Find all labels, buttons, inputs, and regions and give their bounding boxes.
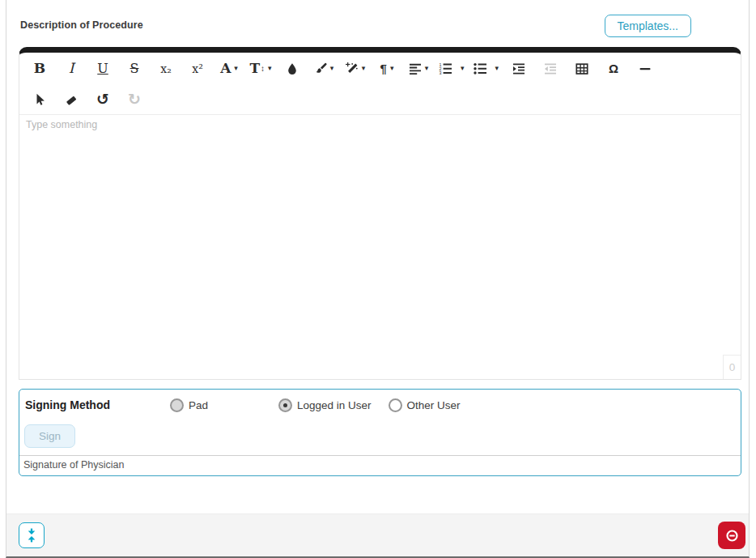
signing-method-label: Signing Method [25, 398, 170, 411]
brush-icon [314, 62, 327, 75]
insert-table-button[interactable] [569, 57, 595, 81]
chevron-down-icon: ▾ [362, 65, 366, 72]
horizontal-line-button[interactable] [632, 57, 658, 81]
radio-circle-logged-in-user[interactable] [278, 398, 292, 412]
radio-pad[interactable]: Pad [170, 398, 208, 412]
signing-section: Signing Method Pad Logged in User Other … [19, 389, 741, 476]
undo-button[interactable]: ↺ [90, 87, 116, 112]
minus-circle-icon [724, 528, 740, 543]
cursor-icon [33, 93, 46, 106]
unordered-list-icon [474, 62, 486, 75]
chevron-down-icon: ▾ [330, 65, 334, 72]
indent-icon [512, 62, 525, 75]
superscript-button[interactable]: x² [185, 57, 210, 81]
chevron-down-icon: ▾ [425, 65, 429, 72]
chevron-down-icon: ▾ [495, 65, 499, 72]
select-tool-button[interactable] [27, 87, 53, 112]
radio-label-pad: Pad [189, 399, 208, 411]
italic-button[interactable]: I [58, 57, 84, 81]
ordered-list-button[interactable]: 123▾ [437, 57, 466, 81]
remove-button[interactable] [718, 522, 745, 549]
signing-method-row: Signing Method Pad Logged in User Other … [19, 396, 741, 414]
text-color-button[interactable] [279, 57, 305, 81]
sign-button[interactable]: Sign [24, 424, 75, 448]
eraser-button[interactable] [58, 87, 84, 112]
chevron-down-icon: ▾ [268, 65, 272, 72]
font-family-button[interactable]: A▾ [216, 57, 242, 81]
radio-label-logged-in-user: Logged in User [297, 399, 372, 411]
footer-bar [6, 513, 749, 556]
chevron-down-icon: ▾ [390, 65, 394, 72]
radio-circle-pad[interactable] [170, 398, 184, 412]
outdent-button[interactable] [537, 57, 563, 81]
special-characters-button[interactable]: Ω [601, 57, 626, 81]
outdent-icon [544, 62, 557, 75]
toolbar-row-1: BIUSx₂x²A▾T↕▾▾▾¶▾▾123▾▾Ω [19, 53, 741, 84]
page-title: Description of Procedure [20, 19, 143, 31]
eraser-icon [65, 93, 78, 106]
unordered-list-button[interactable]: ▾ [472, 57, 501, 81]
signature-of-physician-label: Signature of Physician [19, 456, 741, 475]
radio-other-user[interactable]: Other User [389, 398, 461, 412]
font-size-button[interactable]: T↕▾ [248, 57, 274, 81]
chevron-down-icon: ▾ [461, 65, 465, 72]
editor-toolbar: BIUSx₂x²A▾T↕▾▾▾¶▾▾123▾▾Ω ↺↻ [19, 53, 741, 115]
collapse-vertical-icon [24, 528, 39, 543]
align-button[interactable]: ▾ [406, 57, 431, 81]
char-counter: 0 [723, 355, 741, 379]
editor-placeholder: Type something [26, 119, 97, 130]
svg-text:3: 3 [439, 70, 441, 75]
paragraph-format-button[interactable]: ¶▾ [374, 57, 400, 81]
rich-text-editor: BIUSx₂x²A▾T↕▾▾▾¶▾▾123▾▾Ω ↺↻ Type somethi… [19, 47, 741, 380]
wand-icon [346, 62, 359, 75]
toolbar-row-2: ↺↻ [19, 84, 741, 114]
subscript-button[interactable]: x₂ [153, 57, 179, 81]
underline-button[interactable]: U [90, 57, 116, 81]
align-left-icon [409, 62, 422, 75]
bold-button[interactable]: B [27, 57, 53, 81]
redo-button[interactable]: ↻ [121, 87, 147, 112]
table-icon [575, 62, 588, 75]
editor-content-area[interactable]: Type something 0 [19, 115, 741, 379]
radio-logged-in-user[interactable]: Logged in User [278, 398, 372, 412]
ordered-list-icon: 123 [439, 62, 452, 75]
chevron-down-icon: ▾ [234, 65, 238, 72]
strikethrough-button[interactable]: S [121, 57, 147, 81]
hline-icon [639, 62, 652, 75]
inline-style-button[interactable]: ▾ [342, 57, 368, 81]
radio-circle-other-user[interactable] [389, 398, 402, 412]
collapse-button[interactable] [19, 522, 45, 548]
radio-label-other-user: Other User [407, 399, 461, 411]
templates-button[interactable]: Templates... [605, 15, 691, 37]
procedure-form-card: Description of Procedure Templates... BI… [6, 0, 750, 558]
highlight-color-button[interactable]: ▾ [311, 57, 337, 81]
header-row: Description of Procedure Templates... [6, 0, 749, 47]
droplet-icon [286, 62, 299, 75]
indent-button[interactable] [506, 57, 532, 81]
